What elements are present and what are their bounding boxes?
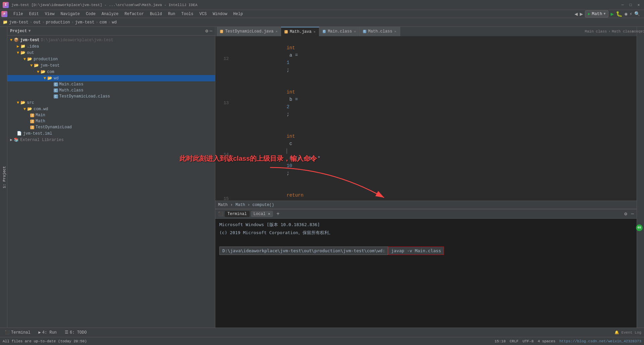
tree-item-src[interactable]: ▼ 📂 src	[7, 99, 215, 106]
menu-build[interactable]: Build	[147, 11, 165, 17]
code-editor[interactable]: 12 int a = 1 ; 13	[215, 37, 637, 201]
tree-item-testdynamic-class[interactable]: C TestDynamicLoad.class	[7, 93, 215, 99]
tree-item-testdynamic-java[interactable]: J TestDynamicLoad	[7, 124, 215, 130]
tab-testdynamic-label: TestDynamicLoad.java	[225, 29, 273, 34]
menu-help[interactable]: Help	[230, 11, 246, 17]
bc-jvm-test[interactable]: jvm-test	[75, 20, 95, 25]
minimize-button[interactable]: ─	[620, 2, 625, 8]
menu-refactor[interactable]: Refactor	[122, 11, 147, 17]
menu-window[interactable]: Window	[210, 11, 230, 17]
menu-analyze[interactable]: Analyze	[99, 11, 121, 17]
tree-item-root[interactable]: ▼ 📦 jvm-test D:\java\ideaworkplace\jvm-t…	[7, 37, 215, 43]
terminal-settings-icon[interactable]: ⚙	[624, 211, 627, 217]
tree-item-main-class[interactable]: C Main.class	[7, 81, 215, 87]
sidebar-dropdown[interactable]: ▼	[28, 29, 31, 33]
bottom-tool-terminal[interactable]: ⬛ Terminal	[3, 329, 33, 336]
debug-button[interactable]: 🐛	[616, 11, 623, 17]
nav-back-button[interactable]: ◀	[575, 11, 578, 17]
tab-testdynamic[interactable]: J TestDynamicLoad.java ✕	[217, 27, 281, 36]
main-class-icon: C	[54, 82, 58, 86]
cursor	[286, 148, 287, 154]
tree-label-main-class: Main.class	[59, 82, 84, 87]
tree-item-jvmtest-out[interactable]: ▼ 📂 jvm-test	[7, 62, 215, 69]
bc-com[interactable]: com	[100, 20, 107, 25]
close-button[interactable]: ✕	[636, 2, 641, 8]
tab-main-class-close[interactable]: ✕	[354, 29, 356, 33]
tab-main-class[interactable]: C Main.class ✕	[319, 27, 360, 36]
terminal-tool-icon: ⬛	[5, 330, 10, 335]
sidebar-minimize-icon[interactable]: ─	[210, 28, 212, 34]
terminal-line-2: (c) 2019 Microsoft Corporation。保留所有权利。	[219, 229, 633, 236]
sidebar-gear-icon[interactable]: ⚙	[205, 28, 208, 34]
math-class-icon: C	[54, 88, 58, 92]
run-config-dropdown[interactable]: ▼	[603, 12, 605, 16]
wd-folder-icon: 📂	[47, 76, 52, 81]
terminal-tab-local[interactable]: Local ✕	[251, 211, 273, 217]
bc-project[interactable]: jvm-test	[9, 20, 29, 25]
tab-math-java[interactable]: J Math.java ✕	[281, 27, 319, 36]
testdynamic-class-icon: C	[54, 94, 58, 98]
mathjava-tab-icon: J	[284, 30, 287, 33]
tree-item-idea[interactable]: ▶ 📁 .idea	[7, 43, 215, 50]
tab-math-java-close[interactable]: ✕	[314, 30, 316, 34]
terminal-tab-terminal[interactable]: Terminal	[225, 211, 250, 217]
tree-item-out[interactable]: ▼ 📂 out	[7, 50, 215, 56]
tab-math-class[interactable]: C Math.class ✕	[360, 27, 400, 36]
tree-item-wd[interactable]: ▼ 📂 wd	[7, 75, 215, 81]
run-button[interactable]: ▶	[610, 11, 614, 17]
editor-bc-math: Math	[218, 203, 228, 207]
tree-item-math-class[interactable]: C Math.class	[7, 87, 215, 93]
tree-item-com[interactable]: ▼ 📂 com	[7, 69, 215, 75]
menu-file[interactable]: File	[11, 11, 26, 17]
tab-main-class-label: Main.class	[328, 29, 352, 34]
terminal-command[interactable]: javap -v Main.class	[388, 247, 444, 255]
tree-item-ext-libs[interactable]: ▶ 📚 External Libraries	[7, 137, 215, 143]
kw-int-14: int	[286, 134, 295, 139]
menu-code[interactable]: Code	[83, 11, 98, 17]
bottom-tool-todo[interactable]: ☰ 6: TODO	[63, 329, 89, 336]
menu-run[interactable]: Run	[165, 11, 178, 17]
tree-item-production[interactable]: ▼ 📂 production	[7, 56, 215, 62]
vtab-project[interactable]: 1: Project	[2, 166, 6, 188]
menu-edit[interactable]: Edit	[26, 11, 42, 17]
idea-expand-icon: ▶	[17, 44, 19, 49]
menu-navigate[interactable]: Navigate	[58, 11, 83, 17]
tree-item-main-java[interactable]: J Main	[7, 112, 215, 118]
status-position: 15:18	[495, 339, 506, 343]
tree-item-com-wd[interactable]: ▼ 📂 com.wd	[7, 106, 215, 112]
bottom-tool-run[interactable]: ▶ 4: Run	[37, 329, 59, 336]
search-button[interactable]: 🔍	[634, 11, 640, 17]
run-config-selector[interactable]: ▶ Math ▼	[585, 10, 608, 17]
bc-production[interactable]: production	[46, 20, 70, 25]
tree-item-iml[interactable]: 📄 jvm-test.iml	[7, 130, 215, 137]
tree-item-math-java[interactable]: J Math	[7, 118, 215, 124]
jvmtest-out-expand-icon: ▼	[30, 63, 33, 68]
terminal-minimize-icon[interactable]: ─	[631, 211, 634, 217]
kw-int-13: int	[286, 89, 295, 95]
testdynamic-java-icon: J	[30, 126, 34, 129]
code-line-15: 15 return c;	[215, 184, 637, 201]
tab-testdynamic-close[interactable]: ✕	[275, 29, 277, 33]
wd-expand-icon: ▼	[44, 76, 46, 81]
tree-label-idea: .idea	[27, 44, 39, 49]
status-crlf: CRLF	[510, 339, 519, 343]
tab-math-class-close[interactable]: ✕	[394, 29, 396, 33]
green-status-ball: 65	[636, 224, 643, 231]
tree-label-root-path: D:\java\ideaworkplace\jvm-test	[41, 38, 113, 43]
run-config-name: Math	[592, 11, 602, 16]
maximize-button[interactable]: □	[628, 2, 633, 8]
nav-forward-button[interactable]: ▶	[580, 11, 583, 17]
vtab-database[interactable]: Database	[632, 29, 644, 33]
profile-button[interactable]: ⚡	[630, 11, 632, 17]
bc-wd[interactable]: wd	[112, 20, 116, 25]
terminal-line-3	[219, 237, 633, 244]
terminal-add-tab[interactable]: +	[276, 211, 280, 217]
terminal-content[interactable]: Microsoft Windows [版本 10.0.18362.836] (c…	[215, 219, 637, 328]
menu-tools[interactable]: Tools	[179, 11, 196, 17]
bc-out[interactable]: out	[34, 20, 41, 25]
menu-view[interactable]: View	[42, 11, 57, 17]
event-log[interactable]: 🔔 Event Log	[614, 330, 641, 335]
coverage-button[interactable]: ◉	[625, 11, 627, 17]
menu-vcs[interactable]: VCS	[197, 11, 210, 17]
left-panel-tabs: 1: Project 2: Favorites 3: Structure	[0, 27, 7, 328]
